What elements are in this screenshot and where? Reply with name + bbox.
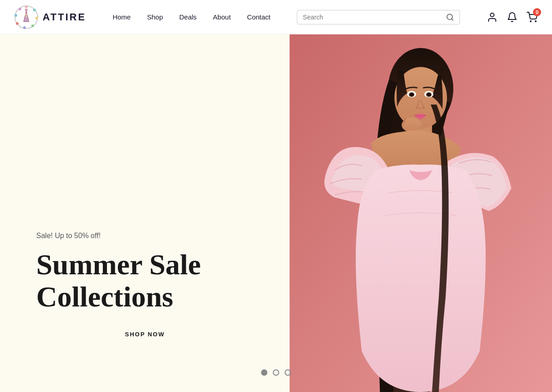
user-icon [487,12,498,23]
brand-name: ATTIRE [43,11,86,23]
hero-left: Sale! Up to 50% off! Summer Sale Collect… [0,34,290,392]
search-icon [446,13,454,21]
cart-count: 0 [533,8,541,16]
svg-line-15 [452,19,453,20]
svg-point-6 [16,22,19,25]
carousel-dot-1[interactable] [261,369,267,376]
svg-point-4 [31,24,34,27]
svg-point-8 [19,8,21,10]
hero-section: Sale! Up to 50% off! Summer Sale Collect… [0,34,552,392]
svg-point-5 [23,26,26,29]
nav-home[interactable]: Home [112,13,131,21]
svg-point-2 [33,9,36,11]
hero-title-line2: Collections [36,281,173,313]
hero-title: Summer Sale Collections [36,249,253,313]
header: ATTIRE Home Shop Deals About Contact [0,0,552,34]
svg-point-17 [530,21,531,22]
logo[interactable]: ATTIRE [15,5,86,29]
nav-shop[interactable]: Shop [147,13,163,21]
bell-icon [507,12,518,23]
nav-deals[interactable]: Deals [179,13,196,21]
carousel-dots [261,369,291,376]
svg-point-10 [25,9,28,11]
nav-contact[interactable]: Contact [247,13,271,21]
svg-point-25 [411,93,413,96]
svg-point-3 [35,17,38,19]
logo-icon [15,5,38,29]
cart-button[interactable]: 0 [527,12,537,23]
search-button[interactable] [446,13,454,21]
search-bar[interactable] [297,10,460,24]
svg-point-7 [15,14,17,17]
svg-point-16 [490,13,494,17]
hero-title-line1: Summer Sale [36,249,201,281]
main-nav: Home Shop Deals About Contact [112,13,270,21]
shop-now-button[interactable]: SHOP NOW [36,331,253,338]
nav-about[interactable]: About [213,13,231,21]
search-input[interactable] [303,14,446,21]
carousel-dot-3[interactable] [285,369,291,376]
header-icons: 0 [487,12,537,23]
hero-right [290,34,552,392]
svg-point-1 [25,5,28,8]
svg-point-18 [535,21,536,22]
hero-subtitle: Sale! Up to 50% off! [36,232,253,240]
model-figure [290,34,552,392]
svg-point-28 [428,93,431,96]
user-button[interactable] [487,12,498,23]
svg-point-13 [27,14,28,15]
svg-point-12 [26,15,27,17]
notifications-button[interactable] [507,12,518,23]
svg-point-11 [25,14,26,15]
carousel-dot-2[interactable] [273,369,279,376]
